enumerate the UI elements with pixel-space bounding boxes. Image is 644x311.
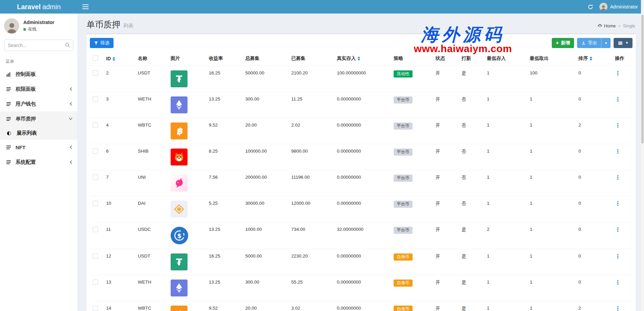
app-brand[interactable]: Laravel admin [0,0,78,14]
row-actions-button[interactable]: ⋮ [615,148,621,155]
row-actions-button[interactable]: ⋮ [615,305,621,311]
column-header-打新: 打新 [459,51,484,66]
chevron-down-icon [69,117,73,120]
sidebar-item-NFT[interactable]: NFT [0,140,77,155]
cell-sort: 0 [578,70,581,75]
cell-total-raise: 300.00 [245,96,259,102]
column-header-总募集: 总募集 [243,51,289,66]
row-actions-button[interactable]: ⋮ [615,279,621,286]
row-checkbox[interactable] [93,280,98,285]
row-checkbox[interactable] [93,175,98,180]
row-actions-button[interactable]: ⋮ [615,174,621,181]
search-input[interactable] [4,40,73,51]
row-checkbox[interactable] [93,70,98,76]
sidebar-item-label: NFT [15,145,69,150]
list-icon [6,102,15,106]
cell-name: WBTC [138,123,151,128]
export-button[interactable]: 导出 [577,38,601,48]
column-header-排序[interactable]: 排序 [576,51,612,66]
scrollbar-thumb[interactable] [641,15,644,143]
cell-name: WETH [138,96,151,102]
sidebar-item-系统配置[interactable]: 系统配置 [0,155,77,170]
table-grid-icon [618,41,623,46]
cell-rate: 9.52 [209,306,218,311]
row-checkbox[interactable] [93,253,98,259]
column-label: 已募集 [291,55,305,61]
list-icon [6,87,15,91]
cell-min-withdraw: 1 [530,201,532,206]
row-actions-button[interactable]: ⋮ [615,70,621,76]
row-checkbox[interactable] [93,201,98,206]
cell-min-withdraw: 1 [530,306,532,311]
row-actions-button[interactable]: ⋮ [615,122,621,129]
row-actions-button[interactable]: ⋮ [615,226,621,233]
user-avatar [599,3,608,11]
strategy-badge: 自身币 [394,253,413,261]
row-checkbox[interactable] [93,149,98,154]
row-checkbox[interactable] [93,306,98,311]
sidebar-item-权限面板[interactable]: 权限面板 [0,82,77,96]
sidebar-item-用户钱包[interactable]: 用户钱包 [0,96,77,111]
menu-header: 菜单 [0,52,77,67]
navbar-user-menu[interactable]: Administrator [599,3,638,11]
strategy-badge: 自身币 [394,306,413,311]
sidebar-item-单币质押[interactable]: 单币质押 [0,111,77,126]
cell-real-deposit: 32.00000000 [337,227,364,232]
column-header-ID[interactable]: ID [103,51,135,66]
row-checkbox[interactable] [93,96,98,102]
sidebar-toggle-button[interactable] [78,0,93,14]
strategy-badge: 平台币 [394,227,413,234]
row-actions-button[interactable]: ⋮ [615,96,621,103]
refresh-button[interactable] [588,4,593,10]
sort-icon [113,57,115,61]
row-checkbox[interactable] [93,227,98,232]
chevron-left-icon [69,160,73,164]
column-label: 名称 [138,55,147,61]
cell-min-deposit: 1 [487,280,490,285]
cell-min-deposit: 1 [487,70,490,75]
row-actions-button[interactable]: ⋮ [615,200,621,207]
cell-id: 10 [106,201,111,206]
grid-dropdown-caret: ▼ [625,41,629,45]
breadcrumb-home-link[interactable]: Home [597,23,616,28]
select-all-checkbox[interactable] [93,55,98,61]
column-label: 策略 [394,55,403,61]
usdt-icon: ₮ [171,70,188,87]
filter-button[interactable]: 筛选 [90,38,114,48]
cell-sort: 0 [578,280,581,285]
cell-status: 开 [436,97,440,102]
brand-bold: Laravel [17,3,41,11]
export-dropdown-caret[interactable]: ▼ [601,38,611,48]
column-settings-button[interactable]: ▼ [614,38,633,48]
cell-raised: 734.00 [291,227,305,232]
cell-id: 13 [106,280,111,285]
column-label: 最低存入 [487,55,506,61]
add-button[interactable]: + 新增 [552,38,574,48]
cell-status: 开 [436,306,440,311]
cell-id: 7 [106,175,109,180]
row-checkbox[interactable] [93,123,98,128]
cell-status: 开 [436,254,440,259]
column-header-最低取出: 最低取出 [527,51,576,66]
cell-min-withdraw: 1 [530,123,532,128]
table-row: 4WBTC฿9.5220.002.020.00000000平台币开否112⋮ [90,118,633,144]
cell-sort: 2 [578,306,581,311]
refresh-icon [588,4,593,10]
cell-total-raise: 30000.00 [245,201,264,206]
sidebar-item-控制面板[interactable]: 控制面板 [0,67,77,82]
cell-new-launch: 否 [462,175,466,180]
weth-icon [171,96,188,113]
export-button-label: 导出 [588,40,597,46]
row-actions-button[interactable]: ⋮ [615,253,621,260]
cell-rate: 16.25 [209,70,220,75]
cell-min-withdraw: 100 [530,70,538,75]
search-icon[interactable] [65,42,71,48]
sidebar-subitem-展示列表[interactable]: ◐展示列表 [0,126,77,140]
cell-min-withdraw: 1 [530,253,532,259]
cell-name: SHIB [138,149,149,154]
column-header-真实存入[interactable]: 真实存入 [334,51,391,66]
column-label: 打新 [462,55,471,61]
sidebar-item-label: 单币质押 [15,116,69,122]
breadcrumb-current: Single [623,23,635,28]
chevron-left-icon [69,87,73,91]
